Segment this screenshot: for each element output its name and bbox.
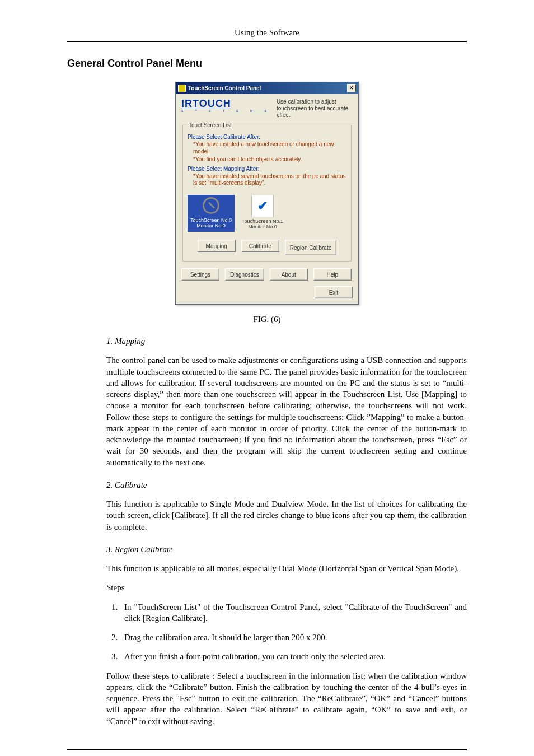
thumb0-line1: TouchScreen No.0	[189, 217, 233, 223]
touchscreen-thumb-0[interactable]: TouchScreen No.0 Monitor No.0	[188, 195, 235, 232]
dialog-title: TouchScreen Control Panel	[188, 85, 261, 91]
brand-subtext: S Y S T E M S	[181, 109, 272, 113]
checkmark-icon: ✔	[257, 199, 268, 213]
running-header: Using the Software	[67, 28, 467, 38]
prompt-mapping: Please Select Mapping After:	[188, 166, 346, 172]
help-button[interactable]: Help	[313, 268, 352, 281]
control-panel-dialog: TouchScreen Control Panel ✕ IRTOUCH S Y …	[175, 82, 359, 305]
header-rule	[67, 41, 467, 42]
para-calibration-followup: Follow these steps to calibrate : Select…	[106, 670, 467, 727]
fieldset-legend: TouchScreen List	[188, 122, 233, 128]
para-region-calibrate: This function is applicable to all modes…	[106, 563, 467, 574]
prompt-calibrate: Please Select Calibrate After:	[188, 134, 346, 140]
steps-label: Steps	[106, 582, 467, 593]
thumb1-line1: TouchScreen No.1	[240, 218, 285, 224]
step-1: In "TouchScreen List" of the Touchscreen…	[120, 601, 467, 624]
note-new-touchscreen: *You have instaled a new touchscreen or …	[193, 141, 346, 155]
footer-rule	[67, 749, 467, 750]
thumb0-line2: Monitor No.0	[189, 223, 233, 228]
dialog-titlebar: TouchScreen Control Panel ✕	[176, 82, 358, 94]
region-calibrate-button[interactable]: Region Calibrate	[285, 240, 337, 255]
step-2: Drag the calibration area. It should be …	[120, 632, 467, 643]
section-title: General Control Panel Menu	[67, 58, 467, 69]
para-calibrate: This function is applicable to Single Mo…	[106, 498, 467, 533]
note-multi-screens: *You have instaled several touchscreens …	[193, 173, 346, 187]
note-touch-accuracy: *You find you can't touch objects accura…	[193, 156, 346, 164]
touchscreen-list-fieldset: TouchScreen List Please Select Calibrate…	[182, 122, 352, 262]
disabled-icon	[203, 197, 219, 214]
touchscreen-thumb-1[interactable]: ✔ TouchScreen No.1 Monitor No.0	[239, 195, 286, 232]
app-icon	[178, 85, 186, 92]
close-icon[interactable]: ✕	[347, 84, 356, 92]
brand-logo: IRTOUCH	[181, 99, 272, 109]
mapping-button[interactable]: Mapping	[198, 240, 236, 252]
figure-wrapper: TouchScreen Control Panel ✕ IRTOUCH S Y …	[67, 82, 467, 324]
steps-list: In "TouchScreen List" of the Touchscreen…	[106, 601, 467, 662]
dialog-headline: Use calibration to adjust touchscreen to…	[277, 99, 353, 119]
settings-button[interactable]: Settings	[181, 268, 219, 281]
diagnostics-button[interactable]: Diagnostics	[225, 268, 264, 281]
figure-caption: FIG. (6)	[253, 315, 280, 324]
exit-button[interactable]: Exit	[315, 286, 353, 298]
calibrate-button[interactable]: Calibrate	[241, 240, 279, 252]
step-3: After you finish a four-point calibratio…	[120, 651, 467, 662]
para-mapping: The control panel can be used to make ad…	[106, 354, 467, 468]
subheading-region-calibrate: 3. Region Calibrate	[106, 544, 467, 555]
about-button[interactable]: About	[270, 268, 308, 281]
subheading-mapping: 1. Mapping	[106, 335, 467, 347]
thumb1-line2: Monitor No.0	[240, 224, 285, 230]
subheading-calibrate: 2. Calibrate	[106, 479, 467, 491]
